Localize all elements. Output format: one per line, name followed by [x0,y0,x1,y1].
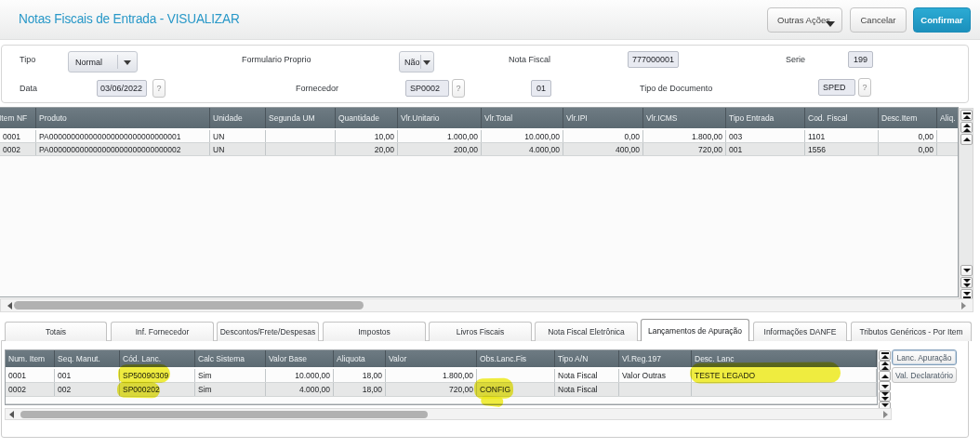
scroll-page-up-icon[interactable] [960,122,973,133]
tab-7[interactable]: Lançamentos de Apuração [641,319,749,341]
table-cell[interactable]: TESTE LEGADO [692,369,877,382]
table-cell[interactable]: PA000000000000000000000000000002 [36,143,210,155]
table-cell[interactable]: 1101 [805,130,879,142]
table-cell[interactable]: 1556 [805,143,879,155]
confirmar-button[interactable]: Confirmar [913,7,971,33]
column-header[interactable]: Vlr.ICMS [643,108,726,128]
table-cell[interactable]: 0001 [6,369,55,382]
items-grid[interactable]: Item NFProdutoUnidadeSegunda UMQuantidad… [0,107,959,297]
column-header[interactable]: Quantidade [336,108,398,128]
scroll-left-icon[interactable] [7,302,12,310]
table-cell[interactable]: 720,00 [386,383,477,396]
column-header[interactable]: Segunda UM [266,108,336,128]
nota-fiscal-input[interactable]: 777000001 [628,51,679,68]
table-cell[interactable]: 18,00 [334,383,386,396]
scroll-first-icon[interactable] [960,110,973,121]
column-header[interactable]: Cod. Fiscal [805,108,879,128]
table-cell[interactable]: 200,00 [398,143,482,155]
scroll-up-icon[interactable] [879,371,891,381]
table-cell[interactable]: 10,00 [336,130,398,142]
column-header[interactable]: Calc Sistema [195,350,266,367]
table-cell[interactable]: 001 [726,143,805,155]
scroll-page-down-icon[interactable] [960,277,973,288]
scroll-down-icon[interactable] [879,381,891,391]
table-cell[interactable]: 002 [55,383,120,396]
column-header[interactable]: Valor Base [266,350,334,367]
scroll-up-icon[interactable] [960,134,973,145]
column-header[interactable]: Desc.Item [879,108,937,128]
scroll-first-icon[interactable] [879,350,891,361]
column-header[interactable]: Seq. Manut. [55,350,120,367]
table-cell[interactable]: 1.800,00 [386,369,477,382]
data-help-button[interactable]: ? [152,79,166,98]
outras-acoes-button[interactable]: Outras Ações [767,7,842,33]
table-cell[interactable] [266,143,336,155]
table-cell[interactable]: 400,00 [563,143,643,155]
cancelar-button[interactable]: Cancelar [850,7,907,33]
table-cell[interactable]: CONFIG [477,383,555,396]
data-input[interactable]: 03/06/2022 [97,80,147,97]
table-cell[interactable]: 003 [726,130,805,142]
apuracao-grid-horizontal-scrollbar[interactable] [5,408,892,420]
table-cell[interactable]: Nota Fiscal [555,383,619,396]
column-header[interactable]: Unidade [210,108,266,128]
column-header[interactable]: Num. Item [6,350,55,367]
table-cell[interactable]: 20,00 [336,143,398,155]
tab-6[interactable]: Nota Fiscal Eletrônica [535,322,638,341]
table-cell[interactable]: 0,00 [879,143,937,155]
column-header[interactable]: Vlr.IPI [563,108,643,128]
table-row[interactable]: 0001PA000000000000000000000000000001UN10… [0,130,958,143]
table-cell[interactable] [266,130,336,142]
column-header[interactable]: Vlr.Total [482,108,563,128]
table-cell[interactable]: Nota Fiscal [555,369,619,382]
tab-2[interactable]: Inf. Fornecedor [111,322,214,341]
table-cell[interactable]: Valor Outras [619,369,692,382]
table-cell[interactable]: 0,00 [563,130,643,142]
apuracao-grid[interactable]: Num. ItemSeq. Manut.Cód. Lanc.Calc Siste… [5,349,878,405]
column-header[interactable]: Cód. Lanc. [120,350,195,367]
scroll-right-icon[interactable] [961,302,966,310]
column-header[interactable]: Valor [386,350,477,367]
table-row[interactable]: 0001001SP50090309Sim10.000,0018,001.800,… [6,369,877,383]
tab-4[interactable]: Impostos [323,322,426,341]
table-cell[interactable] [619,383,692,396]
table-cell[interactable]: 18,00 [334,369,386,382]
serie-input[interactable]: 199 [848,51,873,68]
apuracao-grid-vertical-scrollbar[interactable] [878,349,892,413]
scroll-page-up-icon[interactable] [879,361,891,371]
items-grid-horizontal-scrollbar[interactable] [0,298,973,312]
table-cell[interactable]: 1.800,00 [643,130,726,142]
val-declaratorio-button[interactable]: Val. Declaratório [892,367,957,383]
scroll-right-icon[interactable] [883,411,888,418]
table-cell[interactable] [937,130,959,142]
table-cell[interactable]: 4.000,00 [266,383,334,396]
table-cell[interactable]: 0002 [0,143,36,155]
table-cell[interactable]: 0,00 [879,130,937,142]
table-cell[interactable]: PA000000000000000000000000000001 [36,130,210,142]
table-cell[interactable]: SP000202 [120,383,195,396]
table-cell[interactable]: 0002 [6,383,55,396]
table-cell[interactable]: 10.000,00 [266,369,334,382]
column-header[interactable]: Aliq. IPI [937,108,959,128]
loja-input[interactable]: 01 [531,80,551,97]
table-cell[interactable]: 720,00 [643,143,726,155]
tipo-documento-help-button[interactable]: ? [858,78,871,97]
formulario-proprio-select[interactable]: Não [399,51,434,72]
column-header[interactable]: Aliquota [334,350,386,367]
table-cell[interactable]: 0001 [0,130,36,142]
column-header[interactable]: Tipo A/N [555,350,619,367]
table-cell[interactable]: 1.000,00 [398,130,482,142]
table-cell[interactable]: 10.000,00 [482,130,563,142]
items-grid-vertical-scrollbar[interactable] [959,108,973,299]
column-header[interactable]: Obs.Lanc.Fis [477,350,555,367]
scrollbar-thumb[interactable] [14,301,364,310]
table-cell[interactable]: UN [210,130,266,142]
table-cell[interactable] [937,143,959,155]
scrollbar-thumb[interactable] [20,411,428,418]
tab-9[interactable]: Tributos Genéricos - Por Item [851,322,972,341]
column-header[interactable]: Tipo Entrada [726,108,805,128]
table-row[interactable]: 0002PA000000000000000000000000000002UN20… [0,143,958,156]
scroll-page-down-icon[interactable] [879,391,891,402]
column-header[interactable]: Desc. Lanc [692,350,877,367]
table-cell[interactable] [477,369,555,382]
